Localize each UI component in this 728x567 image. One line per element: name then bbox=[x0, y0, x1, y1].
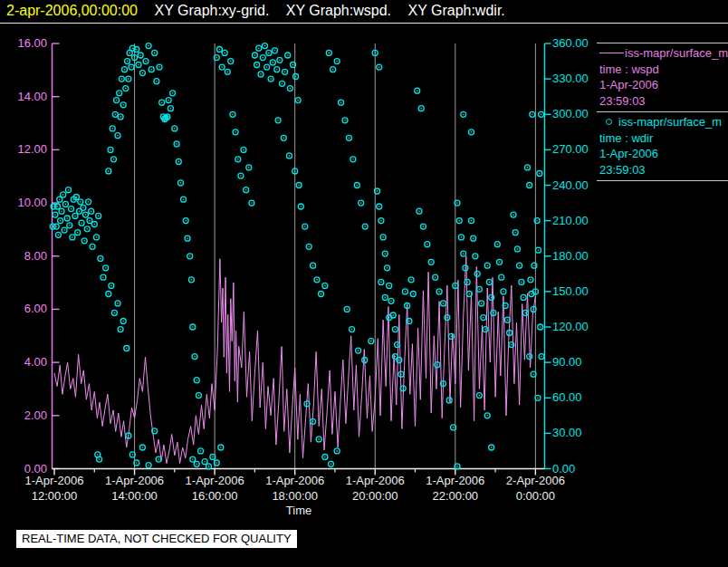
svg-text:30.00: 30.00 bbox=[552, 426, 582, 439]
svg-text:1-Apr-2006: 1-Apr-2006 bbox=[24, 474, 83, 487]
svg-text:8.00: 8.00 bbox=[24, 249, 47, 263]
legend-date: 1-Apr-2006 bbox=[599, 146, 728, 162]
svg-text:330.00: 330.00 bbox=[552, 72, 589, 85]
svg-text:4.00: 4.00 bbox=[24, 355, 47, 369]
legend-entry-wdir[interactable]: iss-mapr/surface_m time : wdir 1-Apr-200… bbox=[597, 112, 728, 181]
svg-text:14:00:00: 14:00:00 bbox=[111, 489, 158, 503]
wdir-scatter-series bbox=[50, 43, 544, 469]
wdir-circle-sample-icon bbox=[606, 119, 612, 125]
svg-text:Time: Time bbox=[286, 504, 311, 517]
wspd-line-sample-icon bbox=[599, 53, 624, 53]
svg-text:1-Apr-2006: 1-Apr-2006 bbox=[105, 474, 164, 487]
legend-date: 1-Apr-2006 bbox=[599, 77, 728, 93]
x-axis-time: 1-Apr-200612:00:001-Apr-200614:00:001-Ap… bbox=[24, 469, 564, 518]
legend-series-name: iss-mapr/surface_m bbox=[618, 114, 722, 130]
svg-text:60.00: 60.00 bbox=[552, 390, 582, 404]
svg-text:14.00: 14.00 bbox=[17, 90, 47, 103]
svg-text:120.00: 120.00 bbox=[552, 320, 589, 333]
svg-text:0:00:00: 0:00:00 bbox=[516, 489, 555, 503]
svg-text:270.00: 270.00 bbox=[552, 142, 589, 156]
svg-text:150.00: 150.00 bbox=[552, 284, 589, 298]
svg-text:180.00: 180.00 bbox=[552, 249, 589, 263]
legend-series-name: iss-mapr/surface_m bbox=[625, 45, 728, 62]
svg-text:18:00:00: 18:00:00 bbox=[272, 489, 318, 503]
legend: iss-mapr/surface_m time : wspd 1-Apr-200… bbox=[597, 43, 728, 181]
svg-text:1-Apr-2006: 1-Apr-2006 bbox=[186, 474, 244, 487]
svg-text:16.00: 16.00 bbox=[17, 36, 47, 50]
svg-text:2-Apr-2006: 2-Apr-2006 bbox=[506, 474, 565, 487]
svg-text:1-Apr-2006: 1-Apr-2006 bbox=[265, 474, 324, 487]
svg-text:1-Apr-2006: 1-Apr-2006 bbox=[426, 474, 484, 487]
legend-time: 23:59:03 bbox=[599, 162, 728, 178]
svg-text:22:00:00: 22:00:00 bbox=[432, 489, 478, 503]
svg-text:20:00:00: 20:00:00 bbox=[352, 489, 398, 503]
svg-text:300.00: 300.00 bbox=[552, 107, 589, 120]
left-axis-wspd: 16.0014.0012.0010.008.006.004.002.000.00 bbox=[17, 36, 59, 476]
right-axis-wdir: 360.00330.00300.00270.00240.00210.00180.… bbox=[545, 36, 589, 476]
svg-text:12.00: 12.00 bbox=[17, 142, 47, 156]
legend-time: 23:59:03 bbox=[599, 93, 728, 110]
svg-text:2.00: 2.00 bbox=[24, 408, 47, 422]
svg-text:16:00:00: 16:00:00 bbox=[192, 489, 238, 503]
legend-entry-wspd[interactable]: iss-mapr/surface_m time : wspd 1-Apr-200… bbox=[597, 43, 728, 112]
quality-notice: REAL-TIME DATA, NOT CHECKED FOR QUALITY bbox=[16, 530, 297, 548]
svg-text:1-Apr-2006: 1-Apr-2006 bbox=[346, 474, 405, 487]
svg-text:360.00: 360.00 bbox=[552, 36, 589, 50]
svg-text:210.00: 210.00 bbox=[552, 214, 589, 227]
svg-text:90.00: 90.00 bbox=[552, 355, 582, 369]
svg-text:12:00:00: 12:00:00 bbox=[32, 489, 78, 503]
legend-field: time : wspd bbox=[599, 62, 728, 78]
svg-text:10.00: 10.00 bbox=[17, 196, 47, 209]
svg-text:6.00: 6.00 bbox=[24, 302, 47, 315]
legend-field: time : wdir bbox=[599, 130, 728, 147]
svg-text:240.00: 240.00 bbox=[552, 178, 589, 192]
